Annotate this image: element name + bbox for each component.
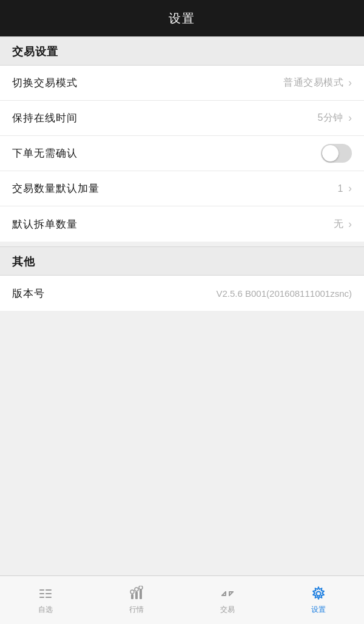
section-spacer: [0, 242, 364, 246]
split-qty-right: 无 ›: [334, 218, 352, 231]
settings-item-version: 版本号 V2.5.6 B001(201608111001zsnc): [0, 276, 364, 311]
page-title: 设置: [169, 10, 195, 27]
tab-watchlist[interactable]: 自选: [0, 585, 91, 615]
chevron-icon: ›: [348, 182, 352, 195]
tab-settings[interactable]: 设置: [273, 585, 364, 615]
keep-online-value: 5分钟: [318, 112, 343, 124]
switch-mode-value: 普通交易模式: [283, 76, 343, 89]
default-qty-right: 1 ›: [338, 182, 352, 195]
trading-settings-list: 切换交易模式 普通交易模式 › 保持在线时间 5分钟 › 下单无需确认: [0, 66, 364, 242]
section-title-trading: 交易设置: [12, 46, 58, 58]
watchlist-icon: [37, 585, 54, 602]
no-confirm-toggle-container: [321, 144, 352, 163]
svg-rect-6: [131, 594, 133, 599]
default-qty-label: 交易数量默认加量: [12, 181, 99, 195]
no-confirm-label: 下单无需确认: [12, 146, 78, 160]
svg-point-11: [139, 586, 143, 589]
settings-item-switch-mode[interactable]: 切换交易模式 普通交易模式 ›: [0, 66, 364, 101]
content-area: 交易设置 切换交易模式 普通交易模式 › 保持在线时间 5分钟 › 下单无需确认: [0, 36, 364, 575]
tab-bar: 自选 行情 交易: [0, 575, 364, 624]
svg-rect-8: [140, 589, 142, 599]
settings-item-default-qty[interactable]: 交易数量默认加量 1 ›: [0, 171, 364, 206]
version-value: V2.5.6 B001(201608111001zsnc): [216, 288, 352, 299]
settings-item-no-confirm[interactable]: 下单无需确认: [0, 136, 364, 171]
svg-point-9: [130, 590, 134, 594]
tab-trade[interactable]: 交易: [182, 585, 273, 615]
other-settings-list: 版本号 V2.5.6 B001(201608111001zsnc): [0, 276, 364, 311]
settings-item-split-qty[interactable]: 默认拆单数量 无 ›: [0, 206, 364, 242]
tab-settings-label: 设置: [311, 605, 326, 615]
switch-mode-right: 普通交易模式 ›: [283, 76, 352, 89]
version-label: 版本号: [12, 287, 45, 300]
settings-item-keep-online[interactable]: 保持在线时间 5分钟 ›: [0, 101, 364, 136]
market-icon: [128, 585, 145, 602]
chevron-icon: ›: [348, 218, 352, 231]
toggle-knob: [322, 145, 339, 161]
tab-market[interactable]: 行情: [91, 585, 182, 615]
svg-point-10: [135, 588, 138, 591]
split-qty-label: 默认拆单数量: [12, 217, 78, 231]
tab-trade-label: 交易: [220, 605, 235, 615]
split-qty-value: 无: [334, 218, 344, 231]
svg-point-14: [317, 592, 321, 596]
trade-icon: [219, 585, 236, 602]
keep-online-label: 保持在线时间: [12, 111, 78, 125]
settings-icon: [310, 585, 327, 602]
no-confirm-toggle[interactable]: [321, 144, 352, 163]
tab-watchlist-label: 自选: [38, 605, 53, 615]
chevron-icon: ›: [348, 76, 352, 89]
chevron-icon: ›: [348, 112, 352, 124]
header: 设置: [0, 0, 364, 36]
switch-mode-label: 切换交易模式: [12, 76, 78, 90]
tab-market-label: 行情: [129, 605, 144, 615]
section-title-other: 其他: [12, 256, 35, 268]
default-qty-value: 1: [338, 183, 343, 194]
version-right: V2.5.6 B001(201608111001zsnc): [216, 288, 352, 299]
section-header-other: 其他: [0, 246, 364, 276]
svg-rect-7: [135, 592, 138, 599]
section-header-trading: 交易设置: [0, 36, 364, 66]
keep-online-right: 5分钟 ›: [318, 112, 352, 124]
